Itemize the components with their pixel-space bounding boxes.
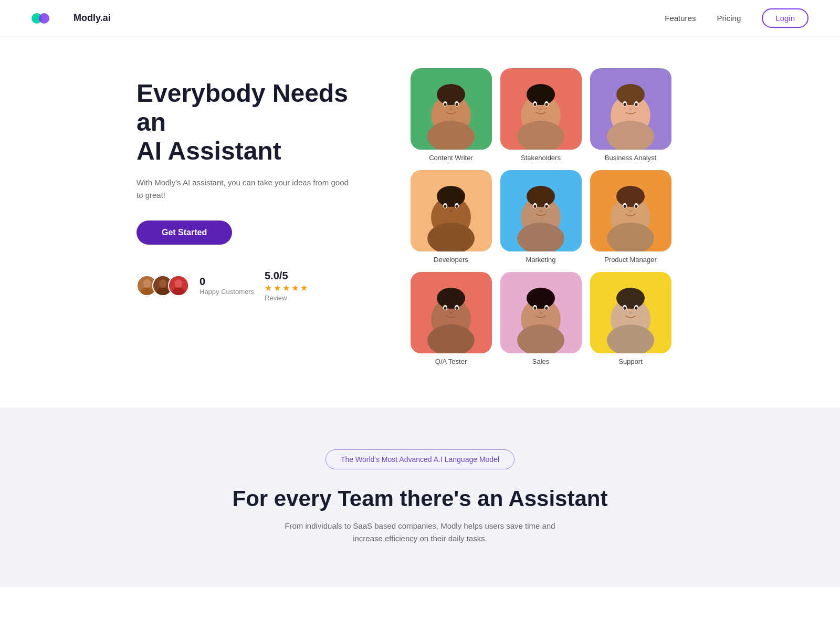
svg-point-86 — [545, 307, 548, 310]
star-rating: ★ ★ ★ ★ ★ — [265, 283, 308, 293]
svg-point-36 — [635, 103, 637, 106]
star-1: ★ — [265, 283, 272, 293]
section-badge: The World's Most Advanced A.I Language M… — [326, 449, 514, 469]
nav-pricing[interactable]: Pricing — [717, 14, 741, 23]
persona-image — [411, 272, 492, 353]
hero-left: Everybody Needs an AI Assistant With Mod… — [136, 68, 357, 302]
svg-point-72 — [437, 288, 465, 309]
customers-info: 0 Happy Customers — [200, 276, 254, 296]
svg-point-16 — [455, 103, 458, 106]
social-proof: 0 Happy Customers 5.0/5 ★ ★ ★ ★ ★ Review — [136, 270, 357, 302]
svg-point-56 — [545, 205, 548, 208]
review-label: Review — [265, 294, 308, 302]
customers-count: 0 — [200, 276, 254, 288]
svg-point-57 — [539, 210, 542, 212]
svg-point-45 — [444, 205, 446, 208]
svg-point-67 — [629, 210, 632, 212]
persona-card: Support — [590, 272, 671, 365]
section-2-title: For every Team there's an Assistant — [32, 486, 808, 511]
star-4: ★ — [291, 283, 299, 293]
persona-name: Developers — [411, 256, 492, 264]
section-2: The World's Most Advanced A.I Language M… — [0, 407, 840, 587]
logo-shape-purple — [39, 13, 49, 24]
hero-right: Content Writer Stakeholders Business A — [378, 68, 704, 365]
svg-point-47 — [449, 210, 453, 212]
star-2: ★ — [274, 283, 281, 293]
persona-image — [590, 272, 671, 353]
persona-card: Developers — [411, 170, 492, 264]
persona-image — [411, 68, 492, 150]
avatar-face-3 — [169, 275, 188, 296]
persona-image — [590, 68, 671, 150]
avatar-group — [136, 275, 189, 296]
svg-point-12 — [437, 84, 465, 105]
svg-point-95 — [623, 307, 626, 310]
nav-features[interactable]: Features — [665, 14, 696, 23]
persona-name: Content Writer — [411, 154, 492, 162]
svg-point-97 — [629, 312, 632, 314]
svg-point-46 — [455, 205, 458, 208]
persona-name: Business Analyst — [590, 154, 671, 162]
persona-card: Product Manager — [590, 170, 671, 264]
logo-text: Modly.ai — [74, 13, 111, 24]
persona-name: Sales — [500, 358, 582, 365]
persona-image — [411, 170, 492, 251]
persona-grid: Content Writer Stakeholders Business A — [378, 68, 704, 365]
persona-name: Q/A Tester — [411, 358, 492, 365]
svg-point-87 — [539, 312, 542, 314]
svg-point-65 — [623, 205, 626, 208]
svg-point-42 — [437, 186, 465, 207]
svg-point-96 — [635, 307, 637, 310]
hero-content: Everybody Needs an AI Assistant With Mod… — [105, 37, 735, 407]
svg-point-76 — [455, 307, 458, 310]
customers-label: Happy Customers — [200, 288, 254, 296]
svg-point-52 — [527, 186, 555, 207]
nav-links: Features Pricing Login — [665, 8, 808, 28]
svg-point-1 — [143, 279, 151, 288]
svg-point-7 — [175, 279, 182, 288]
persona-image — [500, 272, 582, 353]
svg-point-77 — [449, 312, 453, 314]
hero-section: Everybody Needs an AI Assistant With Mod… — [84, 37, 756, 407]
svg-point-4 — [159, 279, 166, 288]
svg-point-92 — [616, 288, 645, 309]
svg-point-55 — [533, 205, 536, 208]
hero-description: With Modly's AI assistant, you can take … — [136, 176, 357, 202]
logo-icon — [32, 12, 50, 25]
persona-name: Support — [590, 358, 671, 365]
avatar — [168, 275, 189, 296]
rating-score: 5.0/5 — [265, 270, 308, 282]
svg-point-26 — [545, 103, 548, 106]
section-2-description: From individuals to SaaS based companies… — [273, 520, 567, 545]
svg-point-35 — [623, 103, 626, 106]
svg-point-75 — [444, 307, 446, 310]
logo[interactable]: Modly.ai — [32, 12, 111, 25]
svg-point-32 — [616, 84, 645, 105]
navbar: Modly.ai Features Pricing Login — [0, 0, 840, 37]
svg-point-66 — [635, 205, 637, 208]
persona-name: Marketing — [500, 256, 582, 264]
star-3: ★ — [282, 283, 290, 293]
svg-point-22 — [527, 84, 555, 105]
persona-card: Marketing — [500, 170, 582, 264]
svg-point-25 — [533, 103, 536, 106]
persona-image — [500, 170, 582, 251]
svg-point-62 — [616, 186, 645, 207]
persona-name: Product Manager — [590, 256, 671, 264]
svg-point-82 — [527, 288, 555, 309]
persona-card: Sales — [500, 272, 582, 365]
persona-card: Stakeholders — [500, 68, 582, 162]
star-5: ★ — [300, 283, 308, 293]
persona-name: Stakeholders — [500, 154, 582, 162]
persona-card: Content Writer — [411, 68, 492, 162]
svg-point-17 — [449, 108, 453, 110]
svg-point-37 — [629, 108, 632, 110]
hero-title: Everybody Needs an AI Assistant — [136, 79, 357, 166]
svg-point-27 — [539, 108, 542, 110]
login-button[interactable]: Login — [762, 8, 808, 28]
persona-image — [590, 170, 671, 251]
get-started-button[interactable]: Get Started — [136, 220, 232, 245]
svg-point-85 — [533, 307, 536, 310]
rating-info: 5.0/5 ★ ★ ★ ★ ★ Review — [265, 270, 308, 302]
svg-point-15 — [444, 103, 446, 106]
